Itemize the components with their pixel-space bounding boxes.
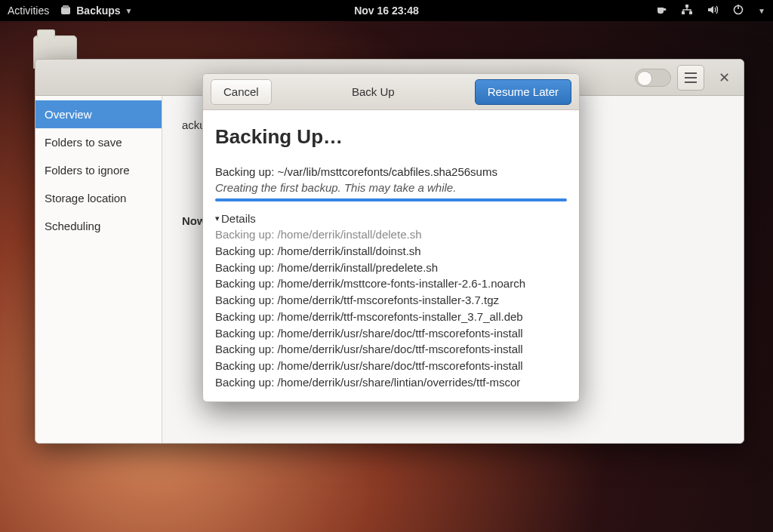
log-line: Backing up: /home/derrik/msttcore-fonts-… xyxy=(215,275,567,292)
power-icon[interactable] xyxy=(732,4,744,18)
caffeine-icon[interactable] xyxy=(655,4,667,18)
gnome-top-bar: Activities Backups ▼ Nov 16 23:48 ▼ xyxy=(0,0,773,21)
svg-rect-4 xyxy=(689,11,692,14)
log-line: Backing up: /home/derrik/usr/share/linti… xyxy=(215,374,567,391)
svg-rect-8 xyxy=(685,77,697,78)
sidebar-item-folders-to-ignore[interactable]: Folders to ignore xyxy=(35,156,162,184)
log-line: Backing up: /home/derrik/install/delete.… xyxy=(215,226,567,243)
backup-sub-line: Creating the first backup. This may take… xyxy=(215,181,567,194)
log-line: Backing up: /home/derrik/usr/share/doc/t… xyxy=(215,325,567,342)
log-line: Backing up: /home/derrik/ttf-mscorefonts… xyxy=(215,292,567,309)
sidebar-item-scheduling[interactable]: Scheduling xyxy=(35,212,162,240)
log-line: Backing up: /home/derrik/ttf-mscorefonts… xyxy=(215,309,567,325)
window-close-button[interactable]: ✕ xyxy=(710,69,738,86)
backup-progress-dialog: Cancel Back Up Resume Later Backing Up… … xyxy=(202,73,580,402)
dialog-heading: Backing Up… xyxy=(215,125,567,149)
progress-bar xyxy=(215,198,567,201)
sidebar-item-storage-location[interactable]: Storage location xyxy=(35,184,162,212)
activities-button[interactable]: Activities xyxy=(8,5,49,17)
sidebar-item-overview[interactable]: Overview xyxy=(35,100,162,128)
log-line: Backing up: /home/derrik/usr/share/doc/t… xyxy=(215,358,567,374)
sidebar-item-folders-to-save[interactable]: Folders to save xyxy=(35,128,162,156)
log-line: Backing up: /home/derrik/install/doinst.… xyxy=(215,243,567,260)
svg-rect-1 xyxy=(63,5,69,8)
svg-rect-2 xyxy=(685,5,688,8)
details-expander[interactable]: ▾ Details xyxy=(215,212,567,225)
log-line: Backing up: /home/derrik/usr/share/doc/t… xyxy=(215,341,567,358)
svg-rect-9 xyxy=(685,81,697,83)
caret-down-icon: ▾ xyxy=(215,214,220,223)
clock[interactable]: Nov 16 23:48 xyxy=(354,5,419,17)
auto-backup-toggle[interactable] xyxy=(635,69,671,87)
app-menu[interactable]: Backups ▼ xyxy=(60,5,132,17)
chevron-down-icon: ▼ xyxy=(125,7,133,15)
volume-icon[interactable] xyxy=(707,4,719,18)
system-menu-chevron-icon[interactable]: ▼ xyxy=(758,7,765,15)
cancel-button[interactable]: Cancel xyxy=(211,79,272,105)
resume-later-button[interactable]: Resume Later xyxy=(475,79,571,105)
hamburger-menu-button[interactable] xyxy=(677,65,704,91)
app-menu-label: Backups xyxy=(76,5,120,17)
details-label-text: Details xyxy=(221,212,256,225)
dialog-title: Back Up xyxy=(352,85,395,98)
network-icon[interactable] xyxy=(681,4,693,18)
log-line: Backing up: /home/derrik/var/lib/msttcor… xyxy=(215,391,567,393)
svg-rect-6 xyxy=(738,5,739,9)
backup-log: Backing up: /home/derrik/install/delete.… xyxy=(215,226,567,392)
sidebar: OverviewFolders to saveFolders to ignore… xyxy=(35,96,162,443)
log-line: Backing up: /home/derrik/install/predele… xyxy=(215,260,567,276)
backup-app-icon xyxy=(60,5,72,17)
svg-rect-3 xyxy=(682,11,685,14)
hamburger-icon xyxy=(685,72,697,83)
dialog-headerbar: Cancel Back Up Resume Later xyxy=(203,74,579,110)
svg-rect-7 xyxy=(685,72,697,74)
backup-status-line: Backing up: ~/var/lib/msttcorefonts/cabf… xyxy=(215,165,567,178)
